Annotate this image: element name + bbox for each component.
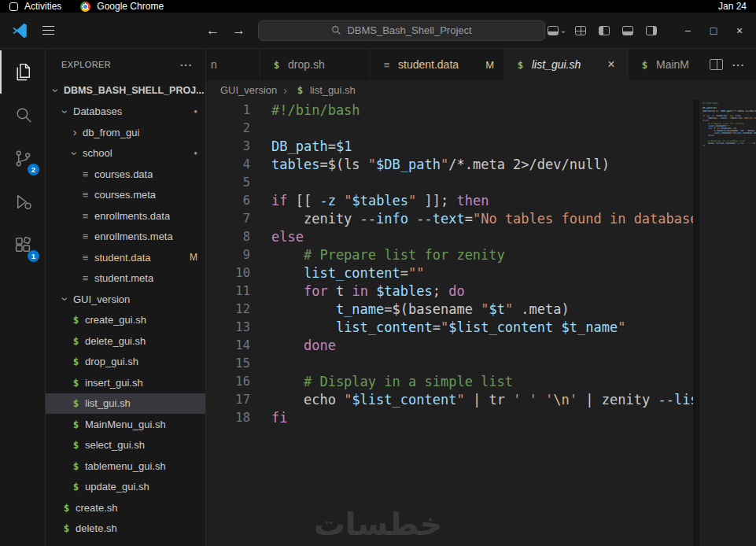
toggle-panel-dropdown-icon[interactable]: ⌄: [545, 20, 569, 42]
code-line[interactable]: 6if [[ -z "$tables" ]]; then: [206, 192, 693, 210]
breadcrumb-item-list_gui.sh[interactable]: $list_gui.sh: [293, 84, 356, 96]
split-editor-icon[interactable]: [710, 59, 723, 70]
line-number: 13: [206, 319, 250, 337]
code-line[interactable]: 9 # Prepare list for zenity: [206, 246, 693, 264]
sidebar-header: EXPLORER ···: [46, 49, 205, 80]
item-label: courses.data: [94, 168, 153, 180]
window-maximize-button[interactable]: □: [702, 19, 725, 42]
tree-file-MainMenu_gui.sh[interactable]: $MainMenu_gui.sh: [46, 414, 205, 435]
tree-file-create_gui.sh[interactable]: $create_gui.sh: [46, 310, 205, 331]
chrome-icon: [80, 2, 90, 12]
close-icon[interactable]: ×: [604, 57, 618, 72]
code-line[interactable]: 8else: [206, 228, 693, 246]
code-line[interactable]: 15: [206, 355, 693, 373]
tree-file-list_gui.sh[interactable]: $list_gui.sh: [46, 393, 205, 415]
code-line[interactable]: 3DB_path=$1: [206, 138, 693, 156]
tree-file-update_gui.sh[interactable]: $update_gui.sh: [46, 477, 205, 498]
code-line[interactable]: 14 done: [206, 337, 693, 355]
menu-icon[interactable]: [42, 26, 54, 35]
code-line[interactable]: 1#!/bin/bash: [206, 101, 693, 120]
activity-explorer[interactable]: [0, 50, 45, 94]
vscode-logo-icon: [11, 22, 28, 39]
window-minimize-button[interactable]: −: [676, 19, 699, 42]
clock-date[interactable]: Jan 24: [718, 1, 747, 12]
tree-root-folder[interactable]: › DBMS_BASH_SHELL_PROJ...: [46, 80, 205, 101]
tree-file-insert_gui.sh[interactable]: $insert_gui.sh: [46, 372, 205, 393]
back-arrow-icon[interactable]: ←: [206, 23, 219, 39]
tree-file-courses.meta[interactable]: ≡courses.meta: [46, 185, 205, 206]
code-line[interactable]: 10 list_content="": [206, 264, 693, 282]
tree-folder-Databases[interactable]: ›Databases●: [46, 101, 205, 123]
minimap[interactable]: #!/bin/bashDB_path=$1tables=$(ls "$DB_pa…: [699, 100, 756, 546]
tab-label: drop.sh: [288, 58, 325, 71]
line-number: 15: [206, 355, 250, 373]
customize-layout-icon[interactable]: [569, 20, 592, 42]
code-line[interactable]: 4tables=$(ls "$DB_path"/*.meta 2>/dev/nu…: [206, 156, 693, 174]
code-area: 1#!/bin/bash23DB_path=$14tables=$(ls "$D…: [206, 100, 756, 546]
tab-n[interactable]: n: [206, 49, 260, 80]
code-line[interactable]: 16 # Display in a simple list: [206, 373, 693, 391]
code-line[interactable]: 18fi: [206, 409, 693, 427]
scrollbar-track[interactable]: [693, 100, 699, 546]
tree-folder-db_from_gui[interactable]: ›db_from_gui: [46, 122, 205, 143]
code-line[interactable]: 5: [206, 174, 693, 192]
item-label: student.meta: [94, 272, 153, 284]
tab-student.data[interactable]: ≡student.dataM: [371, 49, 504, 80]
file-icon: ≡: [79, 272, 92, 284]
tree-file-student.meta[interactable]: ≡student.meta: [46, 268, 205, 290]
activity-search[interactable]: [0, 94, 45, 137]
code-line[interactable]: 11 for t in $tables; do: [206, 282, 693, 301]
code-text: list_content="": [250, 264, 425, 282]
tree-file-delete_gui.sh[interactable]: $delete_gui.sh: [46, 330, 205, 352]
toggle-sidebar-icon[interactable]: [592, 20, 616, 42]
code-line[interactable]: 7 zenity --info --text="No tables found …: [206, 210, 693, 228]
toggle-secondary-sidebar-icon[interactable]: [640, 20, 663, 42]
line-number: 16: [206, 373, 250, 391]
tree-file-courses.data[interactable]: ≡courses.data: [46, 164, 205, 185]
activity-run-debug[interactable]: [0, 180, 45, 223]
code-text: else: [250, 228, 304, 246]
focused-app-name[interactable]: Google Chrome: [97, 1, 164, 12]
tree-file-enrollments.meta[interactable]: ≡enrollments.meta: [46, 227, 205, 248]
line-number: 14: [206, 337, 250, 355]
tab-MainM[interactable]: $MainM: [629, 49, 699, 80]
tree-file-delete.sh[interactable]: $delete.sh: [46, 518, 205, 540]
command-center-search[interactable]: DBMS_Bash_Shell_Project: [258, 20, 545, 41]
code-line[interactable]: 2: [206, 120, 693, 138]
toggle-panel-icon[interactable]: [616, 20, 640, 42]
tab-drop.sh[interactable]: $drop.sh: [260, 49, 371, 80]
tabs: n$drop.sh≡student.dataM$list_gui.sh×$Mai…: [206, 49, 699, 80]
breadcrumb-item-GUI_version[interactable]: GUI_version: [220, 84, 277, 96]
activity-source-control[interactable]: 2: [0, 137, 45, 180]
window-close-button[interactable]: ×: [728, 19, 751, 42]
line-number: 11: [206, 282, 250, 301]
activity-bar: 2 1: [0, 49, 46, 546]
tab-label: student.data: [398, 58, 459, 71]
code-text: done: [250, 337, 336, 355]
search-icon: [331, 25, 341, 35]
line-number: 4: [206, 156, 250, 174]
code-line[interactable]: 13 list_content="$list_content $t_name": [206, 319, 693, 337]
item-label: select_gui.sh: [85, 439, 145, 451]
activity-extensions[interactable]: 1: [0, 223, 45, 267]
code-line[interactable]: 12 t_name=$(basename "$t" .meta): [206, 301, 693, 319]
code-line[interactable]: 17 echo "$list_content" | tr ' ' '\n' | …: [206, 391, 693, 409]
tree-file-create.sh[interactable]: $create.sh: [46, 497, 205, 518]
tree-file-select_gui.sh[interactable]: $select_gui.sh: [46, 435, 205, 456]
item-label: update_gui.sh: [85, 481, 149, 493]
tab-label: MainM: [656, 58, 689, 71]
chevron-right-icon: ›: [69, 126, 80, 138]
tree-folder-school[interactable]: ›school●: [46, 143, 205, 164]
more-actions-icon[interactable]: ···: [180, 59, 193, 71]
tree-file-tablemenu_gui.sh[interactable]: $tablemenu_gui.sh: [46, 456, 205, 477]
activities-button[interactable]: Activities: [24, 1, 61, 12]
line-number: 3: [206, 138, 250, 156]
tree-file-enrollments.data[interactable]: ≡enrollments.data: [46, 205, 205, 227]
forward-arrow-icon[interactable]: →: [232, 23, 245, 39]
code-text: [250, 120, 271, 138]
tab-list_gui.sh[interactable]: $list_gui.sh×: [504, 49, 629, 80]
editor-more-actions-icon[interactable]: ···: [732, 59, 745, 71]
tree-folder-GUI_version[interactable]: ›GUI_version: [46, 289, 205, 310]
tree-file-student.data[interactable]: ≡student.dataM: [46, 247, 205, 268]
tree-file-drop_gui.sh[interactable]: $drop_gui.sh: [46, 352, 205, 373]
